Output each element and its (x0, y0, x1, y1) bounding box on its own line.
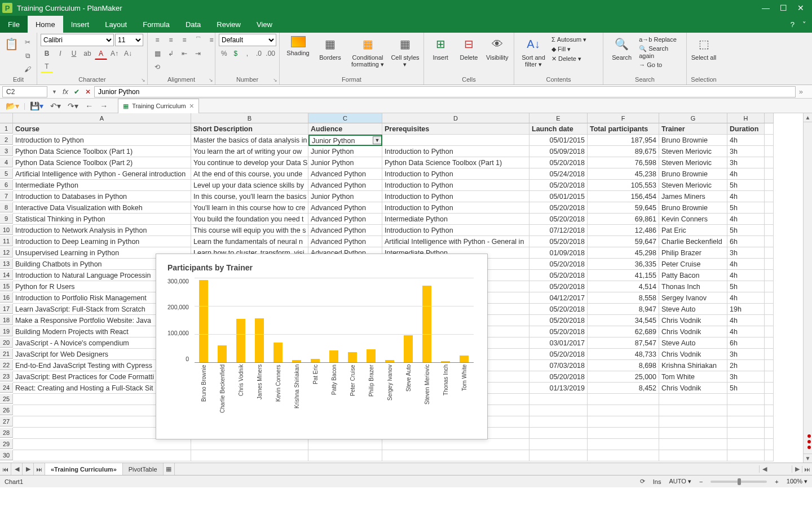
close-button[interactable]: ✕ (797, 3, 804, 12)
align-left-icon[interactable]: ≡ (151, 34, 164, 46)
cell[interactable]: Chris Vodnik (659, 383, 727, 394)
table-header[interactable]: Prerequisites (382, 123, 529, 135)
cell[interactable] (765, 168, 774, 180)
cell[interactable]: 05/20/2018 (529, 202, 588, 214)
col-header[interactable]: D (382, 113, 529, 123)
cell[interactable]: Intermediate Python (13, 180, 191, 191)
cell[interactable]: Python Data Science Toolbox (Part 1) (13, 146, 191, 157)
cell[interactable]: Kevin Conners (659, 214, 727, 225)
col-header[interactable]: F (588, 113, 659, 123)
cell[interactable] (765, 270, 774, 281)
cell[interactable]: 4h (727, 292, 765, 304)
cell[interactable] (765, 180, 774, 191)
table-header[interactable]: Launch date (529, 123, 588, 135)
cell[interactable] (529, 439, 588, 450)
shrink-font-button[interactable]: A↓ (122, 47, 134, 60)
fill-button[interactable]: ◆ Fill ▾ (551, 46, 586, 53)
cell[interactable]: Learn the fundamentals of neural n (191, 236, 308, 247)
cell[interactable] (308, 439, 382, 450)
cell[interactable]: This course will equip you with the s (191, 225, 308, 236)
conditional-formatting-button[interactable]: ▦Conditional formatting ▾ (347, 34, 388, 68)
cell[interactable]: 05/24/2018 (529, 168, 588, 180)
cell[interactable] (765, 281, 774, 292)
hscroll-end[interactable]: ⏭ (802, 466, 812, 473)
menu-insert[interactable]: Insert (63, 16, 98, 33)
format-painter-icon[interactable]: 🖌 (21, 63, 34, 75)
cell[interactable]: 3h (727, 146, 765, 157)
cell[interactable]: 62,689 (588, 326, 659, 337)
zoom-level[interactable]: 100% ▾ (787, 478, 807, 485)
cell[interactable]: Thonas Inch (659, 281, 727, 292)
autosum-button[interactable]: Σ Autosum ▾ (551, 36, 586, 43)
cell[interactable] (13, 450, 191, 461)
sheet-tab-2[interactable]: PivotTable (123, 463, 164, 475)
menu-view[interactable]: View (249, 16, 280, 33)
cell[interactable]: Steven Meriovic (659, 180, 727, 191)
table-header[interactable]: Course (13, 123, 191, 135)
fx-icon[interactable]: fx (59, 87, 72, 96)
col-header[interactable] (765, 113, 774, 123)
cell[interactable]: 05/20/2018 (529, 304, 588, 315)
cell[interactable] (529, 394, 588, 405)
cell[interactable]: 59,647 (588, 236, 659, 247)
merge-icon[interactable]: ▦ (151, 47, 164, 60)
cell[interactable]: Chris Vodnik (659, 349, 727, 360)
cell[interactable] (308, 450, 382, 461)
cell[interactable]: 05/09/2018 (529, 146, 588, 157)
cell[interactable]: 05/20/2018 (529, 281, 588, 292)
indent-inc-icon[interactable]: ⇥ (192, 47, 204, 60)
cell[interactable]: Steven Meriovic (659, 157, 727, 168)
cell[interactable] (588, 428, 659, 439)
cell[interactable]: 05/20/2018 (529, 259, 588, 270)
cell[interactable]: 5h (727, 225, 765, 236)
cell[interactable] (13, 439, 191, 450)
bold-button[interactable]: B (41, 47, 53, 60)
cell[interactable]: 8,947 (588, 304, 659, 315)
cell[interactable]: 12,486 (588, 225, 659, 236)
select-all-button[interactable]: ⬚Select all (690, 34, 717, 61)
cell[interactable] (765, 202, 774, 214)
cell[interactable]: You learn the art of writing your ow (191, 146, 308, 157)
cell[interactable] (765, 394, 774, 405)
number-format-select[interactable]: Default (219, 34, 276, 46)
menu-home[interactable]: Home (28, 16, 63, 33)
col-header[interactable]: H (727, 113, 765, 123)
cell[interactable]: Krishna Shiriakan (659, 360, 727, 371)
cell[interactable]: 45,238 (588, 168, 659, 180)
status-auto[interactable]: AUTO ▾ (669, 478, 691, 485)
selected-cell[interactable]: Junior Python▼ (308, 135, 382, 146)
insert-cells-button[interactable]: ⊞Insert (427, 34, 453, 61)
vertical-scrollbar[interactable]: ▲ ▼ (803, 113, 812, 463)
cell[interactable]: Advanced Python (308, 168, 382, 180)
thousands-icon[interactable]: , (242, 47, 253, 60)
cell[interactable]: 6h (727, 236, 765, 247)
cell[interactable]: 3h (727, 157, 765, 168)
cell[interactable] (765, 304, 774, 315)
cell[interactable]: 05/20/2018 (529, 326, 588, 337)
cell[interactable]: 5h (727, 383, 765, 394)
cell-reference-box[interactable]: C2 (2, 86, 47, 97)
cell[interactable] (727, 450, 765, 461)
cell[interactable] (765, 157, 774, 168)
cell[interactable]: Master the basics of data analysis in (191, 135, 308, 146)
cell[interactable]: 25,000 (588, 371, 659, 383)
cell[interactable]: 05/20/2018 (529, 180, 588, 191)
percent-icon[interactable]: % (219, 47, 230, 60)
sort-filter-button[interactable]: A↓Sort and filter ▾ (518, 34, 549, 68)
sheet-tab-new[interactable]: ▦ (164, 463, 175, 475)
sheet-nav-prev[interactable]: ◀ (11, 463, 23, 475)
inc-decimal-icon[interactable]: .0 (254, 47, 264, 60)
cell[interactable]: 48,733 (588, 349, 659, 360)
cell[interactable] (191, 450, 308, 461)
cell[interactable]: Steve Auto (659, 304, 727, 315)
minimize-button[interactable]: ― (762, 3, 770, 12)
sheet-tab-1[interactable]: «Training Curriculum» (45, 463, 123, 475)
open-icon[interactable]: 📂▾ (3, 101, 21, 110)
nameref-dropdown-icon[interactable]: ▼ (50, 89, 59, 95)
cell[interactable]: Introduction to Python (382, 180, 529, 191)
zoom-slider[interactable] (710, 481, 767, 483)
cell[interactable]: 41,155 (588, 270, 659, 281)
italic-button[interactable]: I (54, 47, 67, 60)
cell[interactable]: Advanced Python (308, 225, 382, 236)
orientation-icon[interactable]: ⟲ (151, 61, 164, 73)
